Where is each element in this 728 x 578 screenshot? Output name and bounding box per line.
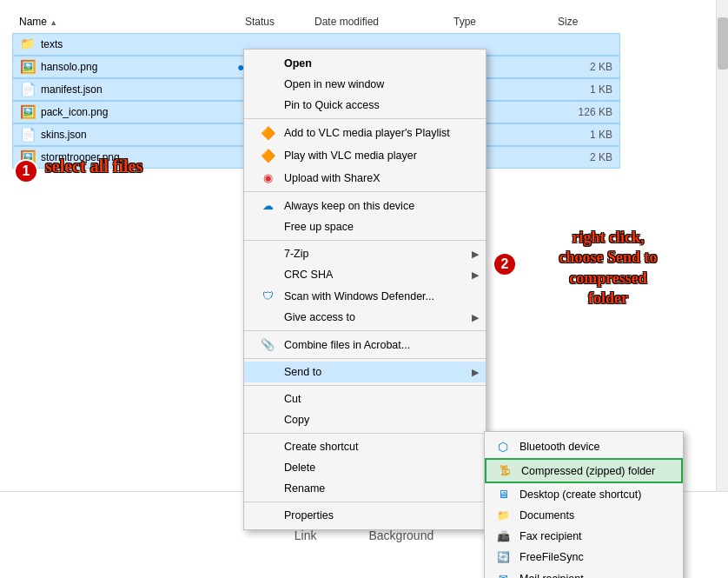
context-menu-copy[interactable]: Copy [244,409,486,430]
onedrive-icon: ☁ [258,199,277,212]
submenu-arrow: ▶ [472,249,479,260]
zip-icon: 🗜 [495,464,514,477]
context-menu-give-access[interactable]: Give access to ▶ [244,307,486,328]
file-list-header: Name ▲ Status Date modified Type Size [12,10,620,34]
context-menu-sharex[interactable]: ◉ Upload with ShareX [244,167,486,189]
context-menu-crc-sha[interactable]: CRC SHA ▶ [244,264,486,285]
separator [244,385,486,386]
separator [244,358,486,359]
mail-icon: ✉ [493,572,513,578]
submenu-desktop[interactable]: 🖥 Desktop (create shortcut) [485,483,683,505]
column-header-date[interactable]: Date modified [308,14,447,30]
step-2-badge: 2 [493,252,517,276]
step-1-label: select all files [45,156,142,176]
submenu-documents[interactable]: 📁 Documents [485,505,683,526]
png-file-icon: 🖼️ [20,59,36,75]
separator [244,330,486,331]
bluetooth-icon: ⬡ [493,440,513,454]
context-menu: Open Open in new window Pin to Quick acc… [243,49,486,530]
separator [244,118,486,119]
column-header-size[interactable]: Size [551,14,620,30]
context-menu-vlc-play[interactable]: 🔶 Play with VLC media player [244,144,486,167]
context-menu-send-to[interactable]: Send to ▶ [244,362,486,382]
context-menu-open[interactable]: Open [244,53,486,74]
step-1-badge: 1 [14,159,38,183]
scrollbar-thumb[interactable] [718,17,728,70]
separator [244,191,486,192]
acrobat-icon: 📎 [258,338,277,351]
submenu-arrow: ▶ [472,269,479,281]
context-menu-vlc-playlist[interactable]: 🔶 Add to VLC media player's Playlist [244,122,486,144]
context-menu-combine-acrobat[interactable]: 📎 Combine files in Acrobat... [244,334,486,355]
context-menu-always-keep[interactable]: ☁ Always keep on this device [244,195,486,216]
column-header-status[interactable]: Status [238,14,308,30]
vlc-icon: 🔶 [258,126,277,140]
separator [244,433,486,434]
context-menu-scan-defender[interactable]: 🛡 Scan with Windows Defender... [244,285,486,307]
fax-icon: 📠 [493,530,513,542]
context-menu-open-new-window[interactable]: Open in new window [244,74,486,95]
submenu-mail[interactable]: ✉ Mail recipient [485,568,683,578]
send-to-submenu: ⬡ Bluetooth device 🗜 Compressed (zipped)… [484,431,684,578]
folder-icon: 📁 [20,37,36,52]
file-name: hansolo.png [41,61,237,73]
context-menu-7zip[interactable]: 7-Zip ▶ [244,243,486,264]
sharex-icon: ◉ [258,171,277,184]
file-size: 126 KB [544,106,612,118]
context-menu-delete[interactable]: Delete [244,457,486,478]
file-name: skins.json [41,129,237,141]
file-name: texts [41,38,237,50]
submenu-arrow: ▶ [472,367,479,378]
submenu-arrow: ▶ [472,312,479,323]
submenu-compressed-folder[interactable]: 🗜 Compressed (zipped) folder [485,458,683,483]
sort-arrow: ▲ [50,18,57,27]
context-menu-rename[interactable]: Rename [244,478,486,499]
json-file-icon: 📄 [20,82,36,97]
file-name: manifest.json [41,83,237,96]
png-file-icon: 🖼️ [20,104,36,120]
file-size: 2 KB [544,61,612,73]
context-menu-create-shortcut[interactable]: Create shortcut [244,436,486,457]
step-2-label: right click,choose Send tocompressedfold… [521,228,695,309]
file-name: pack_icon.png [41,106,237,118]
desktop-icon: 🖥 [493,488,513,501]
submenu-fax[interactable]: 📠 Fax recipient [485,526,683,547]
explorer-window: Name ▲ Status Date modified Type Size 📁 … [0,0,728,578]
file-size: 2 KB [544,151,612,163]
context-menu-properties[interactable]: Properties [244,505,486,526]
submenu-bluetooth[interactable]: ⬡ Bluetooth device [485,435,683,458]
context-menu-pin-quick-access[interactable]: Pin to Quick access [244,95,486,116]
documents-icon: 📁 [493,509,513,522]
separator [244,240,486,241]
context-menu-free-up[interactable]: Free up space [244,216,486,237]
file-size: 1 KB [544,83,612,96]
column-header-type[interactable]: Type [447,14,551,30]
context-menu-cut[interactable]: Cut [244,389,486,409]
json-file-icon: 📄 [20,127,36,143]
freefilesync-icon: 🔄 [493,551,513,563]
defender-shield-icon: 🛡 [258,289,277,302]
vlc-play-icon: 🔶 [258,149,277,163]
submenu-freefilesync[interactable]: 🔄 FreeFileSync [485,547,683,568]
column-header-name[interactable]: Name ▲ [12,14,238,30]
separator [244,502,486,502]
file-size: 1 KB [544,129,612,141]
